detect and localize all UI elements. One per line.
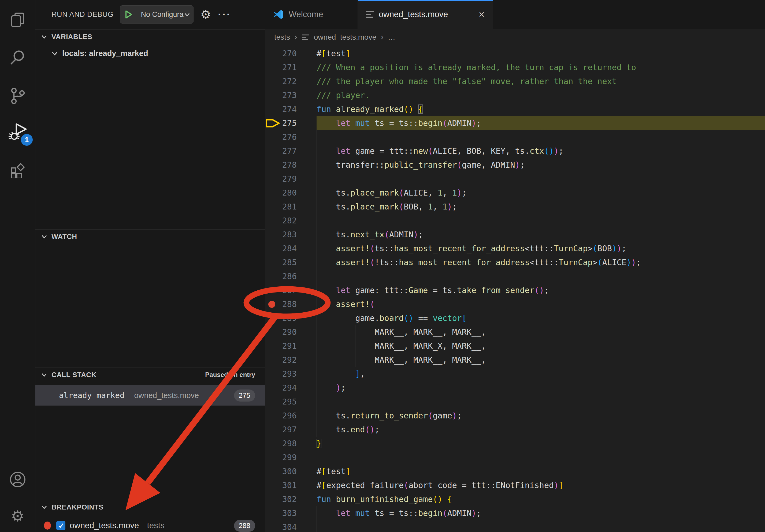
breakpoint-checkbox[interactable] (56, 521, 65, 530)
code-line-text[interactable]: ts.next_tx(ADMIN); (317, 228, 765, 242)
gutter-line-300[interactable]: 300 (265, 464, 317, 478)
gutter-line-290[interactable]: 290 (265, 325, 317, 339)
gutter-line-284[interactable]: 284 (265, 242, 317, 256)
code-line-text[interactable]: /// When a position is already marked, t… (317, 61, 765, 75)
gutter-line-279[interactable]: 279 (265, 172, 317, 186)
code-line-text[interactable] (317, 269, 765, 283)
code-line-text[interactable]: MARK__, MARK_X, MARK__, (317, 339, 765, 353)
code-line-text[interactable]: #[test] (317, 464, 765, 478)
gutter-line-302[interactable]: 302 (265, 492, 317, 506)
code-line-text[interactable]: ts.end(); (317, 423, 765, 437)
code-line-text[interactable]: fun already_marked() { (317, 102, 765, 116)
gutter-line-289[interactable]: 289 (265, 311, 317, 325)
code-line-text[interactable]: #[test] (317, 47, 765, 61)
breadcrumb-symbol[interactable]: … (388, 33, 395, 42)
gutter-line-303[interactable]: 303 (265, 506, 317, 520)
variables-section-header[interactable]: VARIABLES (35, 30, 265, 44)
code-line-text[interactable]: /// player. (317, 89, 765, 102)
gutter-line-304[interactable]: 304 (265, 520, 317, 532)
gutter-line-272[interactable]: 272 (265, 75, 317, 89)
variables-scope-row[interactable]: locals: already_marked (35, 46, 265, 61)
code-line-text[interactable] (317, 395, 765, 409)
code-line-text[interactable]: ts.place_mark(BOB, 1, 1); (317, 200, 765, 214)
tab-owned-tests-move[interactable]: owned_tests.move × (358, 0, 493, 29)
explorer-icon[interactable] (0, 5, 35, 34)
code-line-text[interactable]: let mut ts = ts::begin(ADMIN); (317, 116, 765, 130)
code-line-text[interactable]: ts.place_mark(ALICE, 1, 1); (317, 186, 765, 200)
debug-settings-gear-icon[interactable]: ⚙ (201, 9, 211, 20)
gutter-line-271[interactable]: 271 (265, 61, 317, 75)
gutter-line-277[interactable]: 277 (265, 144, 317, 158)
gutter-line-287[interactable]: 287 (265, 283, 317, 297)
gutter-line-285[interactable]: 285 (265, 256, 317, 269)
code-line-text[interactable] (317, 130, 765, 144)
code-line-text[interactable]: fun burn_unfinished_game() { (317, 492, 765, 506)
gutter-line-298[interactable]: 298 (265, 437, 317, 450)
code-line-text[interactable]: game.board() == vector[ (317, 311, 765, 325)
code-line-text[interactable]: /// the player who made the "false" move… (317, 75, 765, 89)
code-line-text[interactable]: let mut ts = ts::begin(ADMIN); (317, 506, 765, 520)
code-line-text[interactable]: let game = ttt::new(ALICE, BOB, KEY, ts.… (317, 144, 765, 158)
gutter-line-273[interactable]: 273 (265, 89, 317, 102)
code-line-text[interactable]: let game: ttt::Game = ts.take_from_sende… (317, 283, 765, 297)
gutter-line-282[interactable]: 282 (265, 214, 317, 228)
person-circle-icon (9, 471, 27, 488)
call-stack-section-header[interactable]: CALL STACK Paused on entry (35, 368, 265, 382)
gutter-line-288[interactable]: 288 (265, 297, 317, 311)
code-line-text[interactable]: #[expected_failure(abort_code = ttt::ENo… (317, 478, 765, 492)
breakpoints-section-header[interactable]: BREAKPOINTS (35, 500, 265, 514)
call-stack-frame-row[interactable]: already_marked owned_tests.move 275 (35, 385, 265, 405)
line-number: 274 (265, 102, 317, 116)
code-line-text[interactable]: MARK__, MARK__, MARK__, (317, 353, 765, 367)
gutter-line-296[interactable]: 296 (265, 409, 317, 423)
gutter-line-301[interactable]: 301 (265, 478, 317, 492)
watch-section-header[interactable]: WATCH (35, 229, 265, 243)
gutter-line-293[interactable]: 293 (265, 367, 317, 381)
gutter-line-278[interactable]: 278 (265, 158, 317, 172)
code-line-text[interactable]: } (317, 437, 765, 450)
breadcrumb-file[interactable]: owned_tests.move (314, 33, 376, 42)
gutter-line-292[interactable]: 292 (265, 353, 317, 367)
code-line-text[interactable]: assert!(!ts::has_most_recent_for_address… (317, 256, 765, 269)
gutter-line-276[interactable]: 276 (265, 130, 317, 144)
code-line-text[interactable]: assert!(ts::has_most_recent_for_address<… (317, 242, 765, 256)
gutter-line-299[interactable]: 299 (265, 450, 317, 464)
code-line-text[interactable]: transfer::public_transfer(game, ADMIN); (317, 158, 765, 172)
chevron-down-icon[interactable] (184, 12, 193, 17)
tab-welcome[interactable]: Welcome (265, 0, 358, 29)
close-icon[interactable]: × (479, 9, 485, 20)
search-icon[interactable] (0, 43, 35, 72)
gutter-line-286[interactable]: 286 (265, 269, 317, 283)
more-actions-icon[interactable]: ··· (218, 9, 231, 21)
gutter-line-281[interactable]: 281 (265, 200, 317, 214)
gutter-line-274[interactable]: 274 (265, 102, 317, 116)
gutter-line-280[interactable]: 280 (265, 186, 317, 200)
code-line-text[interactable]: MARK__, MARK__, MARK__, (317, 325, 765, 339)
settings-gear-icon[interactable]: ⚙ (0, 501, 35, 531)
gutter-line-295[interactable]: 295 (265, 395, 317, 409)
account-icon[interactable] (0, 465, 35, 494)
config-dropdown[interactable]: No Configura (137, 10, 184, 19)
code-line-text[interactable]: ); (317, 381, 765, 395)
run-and-debug-icon[interactable]: 1 (0, 117, 35, 146)
gutter-line-283[interactable]: 283 (265, 228, 317, 242)
code-line-text[interactable]: assert!( (317, 297, 765, 311)
source-control-icon[interactable] (0, 80, 35, 110)
code-line-text[interactable]: ts.return_to_sender(game); (317, 409, 765, 423)
code-line-text[interactable] (317, 172, 765, 186)
code-editor[interactable]: 270#[test]271/// When a position is alre… (265, 46, 765, 532)
code-line-text[interactable] (317, 520, 765, 532)
gutter-line-294[interactable]: 294 (265, 381, 317, 395)
breakpoint-dot[interactable] (268, 301, 275, 308)
gutter-line-275[interactable]: 275 (265, 116, 317, 130)
gutter-line-270[interactable]: 270 (265, 47, 317, 61)
extensions-icon[interactable] (0, 155, 35, 184)
gutter-line-291[interactable]: 291 (265, 339, 317, 353)
code-line-text[interactable] (317, 214, 765, 228)
breadcrumb-folder[interactable]: tests (274, 33, 290, 42)
breakpoint-list-item[interactable]: owned_tests.move tests 288 (35, 518, 265, 532)
start-debug-button[interactable] (120, 6, 137, 23)
code-line-text[interactable] (317, 450, 765, 464)
gutter-line-297[interactable]: 297 (265, 423, 317, 437)
code-line-text[interactable]: ], (317, 367, 765, 381)
